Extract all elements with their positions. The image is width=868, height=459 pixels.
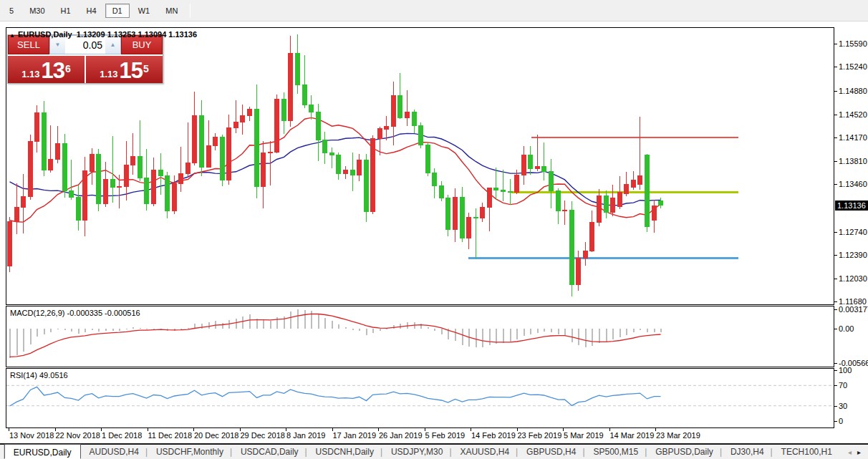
candle-body [569, 210, 574, 284]
candle-body [268, 152, 272, 153]
macd-histogram-bar [57, 329, 59, 329]
macd-histogram-bar [324, 318, 326, 329]
sell-price-prefix: 1.13 [21, 67, 39, 82]
chart-tab-sp500[interactable]: SP500,M15 [584, 445, 647, 459]
price-axis[interactable]: 1.155901.152401.148801.145201.141701.138… [834, 27, 868, 428]
candle-body [247, 109, 251, 115]
timeframe-button-H4[interactable]: H4 [79, 4, 104, 18]
candle-body [357, 160, 361, 175]
macd-histogram-bar [98, 329, 100, 332]
macd-histogram-bar [85, 329, 86, 332]
candle-body [274, 100, 279, 153]
chart-tab-usdcad[interactable]: USDCAD,Daily [232, 445, 307, 459]
macd-histogram-bar [544, 329, 545, 332]
macd-histogram-bar [37, 329, 38, 337]
candle-body [117, 186, 121, 187]
chart-tab-usdchf[interactable]: USDCHF,Monthly [148, 445, 232, 459]
chart-tab-gbpusd[interactable]: GBPUSD,Daily [647, 445, 722, 459]
chart-tab-usdjpy[interactable]: USDJPY,M30 [382, 445, 451, 459]
macd-histogram-bar [9, 329, 11, 358]
timeframe-button-W1[interactable]: W1 [131, 4, 158, 18]
candle-body [103, 179, 107, 203]
collapse-icon[interactable]: ▲ [9, 32, 15, 39]
macd-histogram-bar [612, 329, 614, 339]
macd-histogram-bar [400, 324, 401, 329]
candle-body [439, 185, 443, 198]
tabs-scroll-right-icon[interactable]: ▸ [857, 448, 861, 456]
candle-body [412, 112, 416, 125]
symbol-label: EURUSD,Daily [18, 30, 72, 39]
tab-scrollers: ◂ ▸ [841, 445, 868, 459]
candle-body [82, 171, 87, 220]
macd-histogram-bar [619, 329, 621, 337]
candle-body [281, 100, 286, 121]
candle-body [631, 180, 635, 187]
timeframe-button-5[interactable]: 5 [2, 4, 21, 18]
candle-body [624, 184, 628, 193]
axis-tick [834, 161, 837, 162]
triangle-down-icon: ▼ [55, 42, 61, 48]
date-axis[interactable]: 13 Nov 201822 Nov 20181 Dec 201811 Dec 2… [6, 428, 834, 443]
sell-price-display[interactable]: 1.13136 [8, 56, 85, 83]
date-label: 14 Feb 2019 [471, 431, 516, 440]
candle-body [521, 155, 526, 175]
axis-tick [834, 385, 837, 386]
chart-tab-dj30[interactable]: DJ30,H4 [722, 445, 773, 459]
candle-body [445, 198, 450, 230]
rsi-chart[interactable] [6, 369, 834, 427]
timeframe-button-M30[interactable]: M30 [22, 4, 52, 18]
candle-body [151, 170, 155, 203]
macd-signal-line [10, 314, 661, 357]
timeframe-button-MN[interactable]: MN [158, 4, 185, 18]
buy-price-big: 15 [120, 60, 143, 82]
candle-body [652, 206, 656, 220]
axis-tick [834, 279, 837, 279]
chart-tab-tech100[interactable]: TECH100,H1 [773, 445, 841, 459]
candle-body [199, 116, 203, 168]
macd-histogram-bar [585, 329, 587, 347]
price-tick-label: 1.15240 [839, 62, 867, 71]
candle-body [130, 157, 135, 165]
candle-body [261, 153, 265, 186]
chart-tab-eurusd[interactable]: EURUSD,Daily [4, 444, 81, 459]
candle-body [514, 175, 519, 192]
candle-body [110, 179, 115, 187]
tabs-scroll-left-icon[interactable]: ◂ [848, 448, 852, 456]
macd-histogram-bar [352, 329, 354, 330]
candle-body [583, 251, 587, 258]
candle-body [364, 160, 368, 211]
buy-price-display[interactable]: 1.13155 [86, 56, 163, 83]
macd-histogram-bar [564, 329, 566, 336]
candle-body [418, 125, 423, 145]
axis-tick [834, 137, 837, 138]
chart-tab-usdcnh[interactable]: USDCNH,Daily [307, 445, 382, 459]
macd-histogram-bar [537, 329, 539, 333]
candle-body [76, 198, 80, 220]
candle-body [185, 163, 190, 174]
macd-histogram-bar [140, 328, 141, 329]
candle-body [220, 137, 224, 180]
macd-histogram-bar [462, 329, 463, 345]
candle-body [343, 170, 347, 174]
chart-tab-xauusd[interactable]: XAUUSD,H4 [451, 445, 518, 459]
trading-platform-window: 5M30H1H4D1W1MN ▲EURUSD,Daily 1.13209 1.1… [0, 0, 868, 459]
macd-histogram-bar [153, 329, 155, 329]
chart-tab-audusd[interactable]: AUDUSD,H4 [81, 445, 148, 459]
timeframe-button-D1[interactable]: D1 [105, 4, 130, 18]
macd-values: -0.000335 -0.000516 [67, 309, 140, 317]
macd-histogram-bar [228, 320, 230, 328]
candle-body [138, 157, 142, 178]
chart-tab-gbpusd[interactable]: GBPUSD,H4 [518, 445, 584, 459]
price-tick-label: 1.14170 [839, 133, 867, 142]
candle-body [336, 155, 340, 174]
macd-histogram-bar [441, 329, 443, 334]
timeframe-button-H1[interactable]: H1 [54, 4, 78, 18]
candle-body [158, 170, 163, 175]
price-tick-label: 1.12390 [839, 251, 867, 259]
macd-histogram-bar [510, 329, 511, 342]
macd-histogram-bar [434, 329, 435, 331]
macd-histogram-bar [160, 329, 162, 329]
macd-histogram-bar [476, 329, 477, 347]
macd-histogram-bar [606, 329, 607, 342]
axis-tick [834, 309, 837, 310]
